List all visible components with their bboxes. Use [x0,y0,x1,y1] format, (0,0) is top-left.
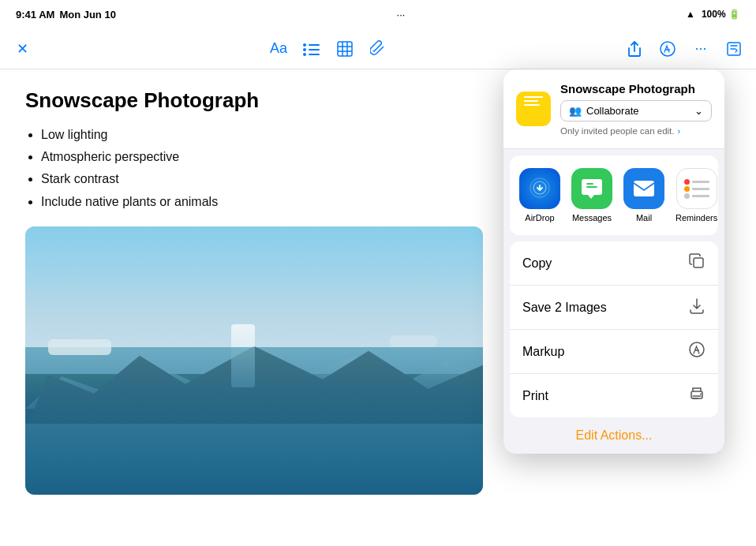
svg-rect-6 [338,42,352,56]
share-sheet: Snowscape Photograph 👥 Collaborate ⌄ Onl… [503,69,724,454]
note-icon-line [524,96,543,98]
note-photo [25,226,483,495]
messages-icon [571,168,612,209]
privacy-arrow: › [677,126,680,136]
reminders-dots [679,174,714,204]
markup-label: Markup [522,345,564,359]
more-icon[interactable]: ··· [691,39,710,58]
svg-rect-16 [691,391,702,398]
attach-icon[interactable] [369,39,387,58]
chevron-icon: ⌄ [694,105,703,117]
mail-label: Mail [636,213,652,223]
time-display: 9:41 AM [16,9,54,21]
markup-action[interactable]: Markup [510,330,718,374]
edit-actions[interactable]: Edit Actions... [503,417,724,454]
share-app-reminders[interactable]: Reminders [676,168,717,223]
share-app-airdrop[interactable]: AirDrop [519,168,560,223]
mail-icon [623,168,664,209]
share-app-messages[interactable]: Messages [571,168,612,223]
messages-label: Messages [572,213,612,223]
copy-action[interactable]: Copy [510,241,718,286]
edit-icon[interactable] [724,39,743,58]
status-bar-left: 9:41 AM Mon Jun 10 [16,9,116,21]
font-icon[interactable]: Aa [269,39,288,58]
print-action[interactable]: Print [510,374,718,417]
print-icon [688,385,705,406]
table-icon[interactable] [335,39,354,58]
collaborate-icon: 👥 [569,105,582,117]
svg-rect-14 [694,258,703,267]
status-bar-center: ··· [397,9,406,21]
reminders-label: Reminders [676,213,717,223]
share-app-mail[interactable]: Mail [623,168,664,223]
copy-icon [688,252,705,274]
save-images-action[interactable]: Save 2 Images [510,286,718,330]
markup-action-icon [688,341,705,362]
share-note-info: Snowscape Photograph 👥 Collaborate ⌄ Onl… [560,82,712,136]
svg-point-2 [303,48,306,51]
markup-icon[interactable] [658,39,677,58]
svg-point-17 [700,394,702,395]
note-icon-line [524,104,540,106]
print-label: Print [522,389,548,403]
svg-rect-5 [309,54,320,55]
share-note-icon [516,92,551,126]
status-bar: 9:41 AM Mon Jun 10 ··· ▲ 100% 🔋 [0,0,756,28]
list-icon[interactable] [302,39,321,58]
svg-point-4 [303,53,306,56]
save-images-label: Save 2 Images [522,301,607,315]
airdrop-label: AirDrop [525,213,554,223]
date-display: Mon Jun 10 [59,9,116,21]
collaborate-label: Collaborate [586,105,639,117]
airdrop-icon [519,168,560,209]
share-apps-row: AirDrop Messages Mail [510,155,718,235]
save-images-icon [688,297,705,318]
status-bar-right: ▲ 100% 🔋 [686,9,740,20]
share-privacy-text: Only invited people can edit. › [560,126,712,136]
collaborate-label-group: 👥 Collaborate [569,105,639,117]
toolbar-right: ··· [625,39,743,58]
svg-rect-13 [634,181,654,196]
svg-point-15 [690,342,704,357]
note-icon-lines [524,96,543,106]
reminders-icon [676,168,717,209]
collaborate-button[interactable]: 👥 Collaborate ⌄ [560,100,712,122]
dots-indicator: ··· [397,9,406,21]
toolbar-left: ✕ [13,39,32,58]
share-note-title: Snowscape Photograph [560,82,712,95]
share-icon[interactable] [625,39,644,58]
wifi-icon: ▲ [686,9,695,20]
edit-actions-label: Edit Actions... [576,428,653,442]
svg-rect-1 [309,44,320,46]
battery-display: 100% 🔋 [702,9,740,20]
svg-point-0 [303,43,306,47]
toolbar-center: Aa [269,39,387,58]
close-icon[interactable]: ✕ [13,39,32,58]
svg-rect-3 [309,49,320,50]
copy-label: Copy [522,256,552,271]
share-actions: Copy Save 2 Images Markup [510,241,718,417]
note-icon-line [524,100,538,102]
share-header: Snowscape Photograph 👥 Collaborate ⌄ Onl… [503,69,724,149]
toolbar: ✕ Aa [0,28,756,69]
